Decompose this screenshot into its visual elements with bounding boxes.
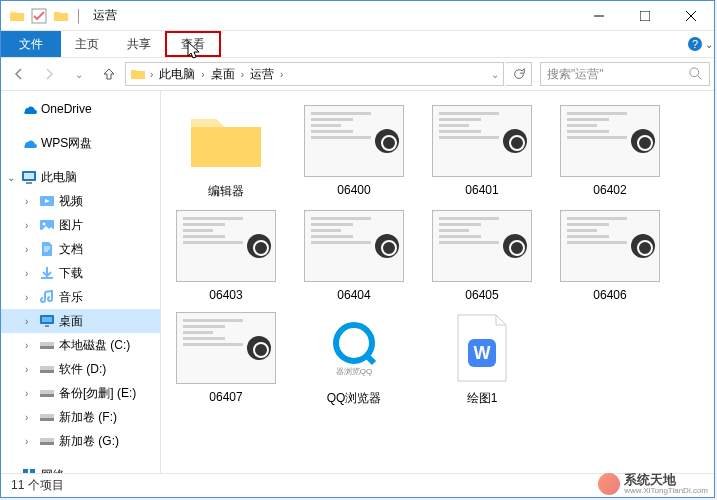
documents-icon — [39, 241, 55, 257]
item-label: 06401 — [465, 183, 498, 197]
sidebar-item-network[interactable]: › 网络 — [1, 463, 160, 473]
play-icon — [631, 234, 655, 258]
computer-icon — [21, 169, 37, 185]
maximize-button[interactable] — [622, 1, 668, 31]
sidebar-item-drive-c[interactable]: › 本地磁盘 (C:) — [1, 333, 160, 357]
sidebar-item-drive-g[interactable]: › 新加卷 (G:) — [1, 429, 160, 453]
expand-icon[interactable]: › — [25, 340, 35, 351]
sidebar-label: 网络 — [41, 467, 65, 474]
chevron-down-icon[interactable]: ⌄ — [705, 39, 713, 50]
app-item[interactable]: 器浏览QQ QQ浏览器 — [299, 312, 409, 407]
play-icon — [375, 129, 399, 153]
expand-icon[interactable]: › — [7, 470, 17, 474]
back-button[interactable] — [5, 61, 33, 87]
svg-point-10 — [43, 223, 46, 226]
pictures-icon — [39, 217, 55, 233]
watermark-brand: 系统天地 — [624, 473, 708, 486]
breadcrumb[interactable]: › 此电脑 › 桌面 › 运营 › ⌄ — [125, 62, 504, 86]
folder-item[interactable]: 编辑器 — [171, 105, 281, 200]
breadcrumb-segment[interactable]: 此电脑 — [157, 66, 197, 83]
qq-browser-icon: 器浏览QQ — [324, 318, 384, 378]
sidebar-item-onedrive[interactable]: OneDrive — [1, 97, 160, 121]
watermark-logo-icon — [598, 473, 620, 495]
sidebar-item-drive-f[interactable]: › 新加卷 (F:) — [1, 405, 160, 429]
checkbox-icon[interactable] — [31, 8, 47, 24]
dropdown-icon[interactable]: ⌄ — [491, 69, 499, 80]
minimize-button[interactable] — [576, 1, 622, 31]
search-input[interactable]: 搜索"运营" — [540, 62, 710, 86]
svg-text:器浏览QQ: 器浏览QQ — [336, 367, 372, 376]
chevron-right-icon[interactable]: › — [276, 69, 287, 80]
expand-icon[interactable]: › — [25, 292, 35, 303]
sidebar-item-videos[interactable]: › 视频 — [1, 189, 160, 213]
expand-icon[interactable]: › — [25, 388, 35, 399]
sidebar-item-thispc[interactable]: ⌄ 此电脑 — [1, 165, 160, 189]
sidebar-label: 新加卷 (F:) — [59, 409, 117, 426]
expand-icon[interactable]: › — [25, 244, 35, 255]
expand-icon[interactable]: › — [25, 364, 35, 375]
file-view[interactable]: 编辑器 06400 06401 06402 06403 — [161, 91, 714, 473]
app-thumbnail: 器浏览QQ — [304, 312, 404, 384]
collapse-icon[interactable]: ⌄ — [7, 172, 17, 183]
forward-button[interactable] — [35, 61, 63, 87]
expand-icon[interactable]: › — [25, 196, 35, 207]
file-item[interactable]: 06407 — [171, 312, 281, 407]
sidebar-item-desktop[interactable]: › 桌面 — [1, 309, 160, 333]
svg-rect-20 — [40, 394, 54, 397]
close-button[interactable] — [668, 1, 714, 31]
svg-point-4 — [690, 68, 699, 77]
file-item[interactable]: 06401 — [427, 105, 537, 200]
video-thumbnail — [432, 105, 532, 177]
file-item[interactable]: 06400 — [299, 105, 409, 200]
folder-small-icon — [53, 8, 69, 24]
chevron-right-icon[interactable]: › — [197, 69, 208, 80]
file-item[interactable]: 06404 — [299, 210, 409, 302]
sidebar-item-music[interactable]: › 音乐 — [1, 285, 160, 309]
expand-icon[interactable]: › — [25, 220, 35, 231]
drive-icon — [39, 361, 55, 377]
item-label: 06407 — [209, 390, 242, 404]
expand-icon[interactable]: › — [25, 436, 35, 447]
recent-button[interactable]: ⌄ — [65, 61, 93, 87]
play-icon — [247, 234, 271, 258]
video-thumbnail — [176, 210, 276, 282]
file-item[interactable]: 06402 — [555, 105, 665, 200]
item-label: 06403 — [209, 288, 242, 302]
svg-rect-18 — [40, 370, 54, 373]
tab-file[interactable]: 文件 — [1, 31, 61, 57]
expand-icon[interactable]: › — [25, 412, 35, 423]
navigation-pane[interactable]: OneDrive WPS网盘 ⌄ 此电脑 › 视频 › 图 — [1, 91, 161, 473]
watermark: 系统天地 www.XiTongTianDi.com — [598, 473, 708, 495]
sidebar-item-drive-e[interactable]: › 备份[勿删] (E:) — [1, 381, 160, 405]
help-button[interactable]: ? ⌄ — [686, 31, 714, 57]
expand-icon[interactable]: › — [25, 316, 35, 327]
video-thumbnail — [560, 105, 660, 177]
tab-home[interactable]: 主页 — [61, 31, 113, 57]
tab-share[interactable]: 共享 — [113, 31, 165, 57]
doc-item[interactable]: W 绘图1 — [427, 312, 537, 407]
sidebar-label: 备份[勿删] (E:) — [59, 385, 136, 402]
file-item[interactable]: 06403 — [171, 210, 281, 302]
up-button[interactable] — [95, 61, 123, 87]
svg-rect-13 — [45, 325, 49, 327]
chevron-right-icon[interactable]: › — [146, 69, 157, 80]
sidebar-item-wps[interactable]: WPS网盘 — [1, 131, 160, 155]
svg-rect-6 — [24, 173, 34, 179]
sidebar-item-pictures[interactable]: › 图片 — [1, 213, 160, 237]
breadcrumb-segment[interactable]: 运营 — [248, 66, 276, 83]
sidebar-item-documents[interactable]: › 文档 — [1, 237, 160, 261]
breadcrumb-segment[interactable]: 桌面 — [209, 66, 237, 83]
music-icon — [39, 289, 55, 305]
sidebar-label: 音乐 — [59, 289, 83, 306]
expand-icon[interactable]: › — [25, 268, 35, 279]
onedrive-icon — [21, 101, 37, 117]
downloads-icon — [39, 265, 55, 281]
sidebar-item-downloads[interactable]: › 下载 — [1, 261, 160, 285]
refresh-button[interactable] — [506, 62, 532, 86]
file-item[interactable]: 06405 — [427, 210, 537, 302]
file-item[interactable]: 06406 — [555, 210, 665, 302]
address-toolbar: ⌄ › 此电脑 › 桌面 › 运营 › ⌄ 搜索"运营" — [1, 57, 714, 91]
sidebar-item-drive-d[interactable]: › 软件 (D:) — [1, 357, 160, 381]
desktop-icon — [39, 313, 55, 329]
chevron-right-icon[interactable]: › — [237, 69, 248, 80]
